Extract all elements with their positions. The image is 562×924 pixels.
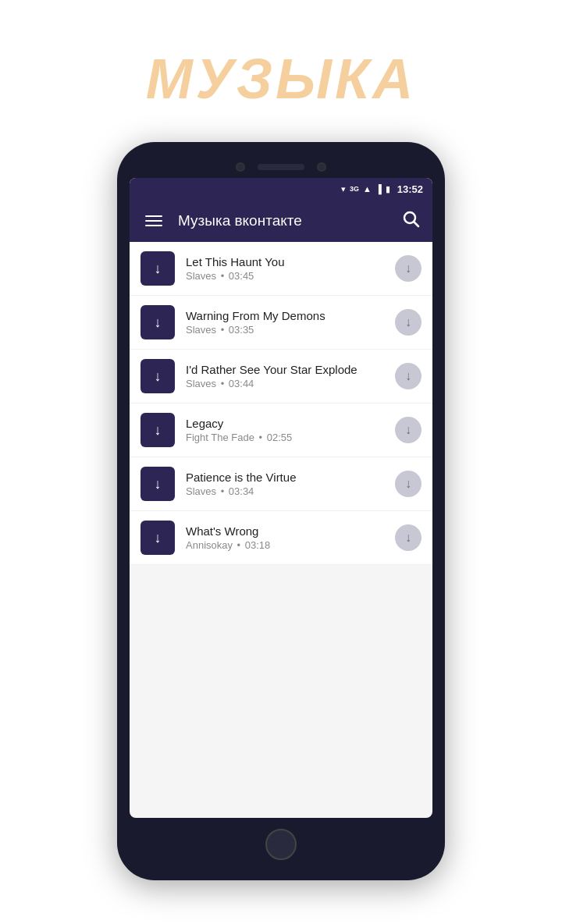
add-icon-2: ↓ bbox=[405, 315, 411, 329]
song-info-4: Legacy Fight The Fade • 02:55 bbox=[186, 417, 384, 443]
status-time: 13:52 bbox=[397, 183, 423, 195]
status-bar: ▾ 3G ▲ ▐ ▮ 13:52 bbox=[130, 178, 432, 200]
list-item: ↓ Let This Haunt You Slaves • 03:45 ↓ bbox=[130, 242, 432, 296]
artist-4: Fight The Fade bbox=[186, 432, 254, 443]
song-title-2: Warning From My Demons bbox=[186, 309, 384, 322]
page-heading: МУЗЫКА bbox=[146, 47, 416, 111]
phone-camera-2 bbox=[317, 162, 326, 172]
duration-4: 02:55 bbox=[267, 432, 293, 443]
duration-1: 03:45 bbox=[229, 270, 254, 282]
phone-screen: ▾ 3G ▲ ▐ ▮ 13:52 Музыка вконтакте bbox=[130, 178, 432, 818]
add-button-6[interactable]: ↓ bbox=[395, 524, 422, 551]
song-meta-2: Slaves • 03:35 bbox=[186, 324, 384, 336]
artist-2: Slaves bbox=[186, 324, 216, 336]
download-icon: ↓ bbox=[155, 315, 162, 331]
wifi-icon: ▾ bbox=[341, 184, 346, 194]
add-button-3[interactable]: ↓ bbox=[395, 363, 422, 389]
download-button-1[interactable]: ↓ bbox=[140, 251, 175, 286]
add-icon-1: ↓ bbox=[405, 261, 411, 275]
song-meta-3: Slaves • 03:44 bbox=[186, 378, 384, 389]
add-icon-3: ↓ bbox=[405, 369, 411, 383]
download-button-5[interactable]: ↓ bbox=[140, 467, 175, 501]
artist-6: Annisokay bbox=[186, 539, 233, 551]
home-button[interactable] bbox=[265, 829, 297, 860]
list-item: ↓ What's Wrong Annisokay • 03:18 ↓ bbox=[130, 511, 432, 565]
hamburger-line-1 bbox=[145, 215, 162, 217]
list-item: ↓ I'd Rather See Your Star Explode Slave… bbox=[130, 350, 432, 403]
status-icons: ▾ 3G ▲ ▐ ▮ 13:52 bbox=[341, 183, 423, 195]
song-meta-4: Fight The Fade • 02:55 bbox=[186, 432, 384, 443]
add-button-1[interactable]: ↓ bbox=[395, 255, 422, 282]
song-title-3: I'd Rather See Your Star Explode bbox=[186, 363, 384, 376]
artist-1: Slaves bbox=[186, 270, 216, 282]
song-info-3: I'd Rather See Your Star Explode Slaves … bbox=[186, 363, 384, 389]
add-button-2[interactable]: ↓ bbox=[395, 309, 422, 336]
add-button-4[interactable]: ↓ bbox=[395, 417, 422, 443]
add-icon-6: ↓ bbox=[405, 531, 411, 545]
song-info-6: What's Wrong Annisokay • 03:18 bbox=[186, 524, 384, 551]
hamburger-line-3 bbox=[145, 225, 162, 226]
signal-bars-icon: ▐ bbox=[375, 184, 382, 194]
svg-line-1 bbox=[414, 222, 419, 227]
song-info-5: Patience is the Virtue Slaves • 03:34 bbox=[186, 471, 384, 497]
duration-5: 03:34 bbox=[229, 485, 254, 497]
add-icon-5: ↓ bbox=[405, 477, 411, 491]
song-title-4: Legacy bbox=[186, 417, 384, 430]
list-item: ↓ Warning From My Demons Slaves • 03:35 … bbox=[130, 296, 432, 350]
artist-5: Slaves bbox=[186, 485, 216, 497]
song-meta-6: Annisokay • 03:18 bbox=[186, 539, 384, 551]
download-icon: ↓ bbox=[155, 368, 162, 385]
duration-3: 03:44 bbox=[229, 378, 254, 389]
song-title-5: Patience is the Virtue bbox=[186, 471, 384, 484]
song-info-2: Warning From My Demons Slaves • 03:35 bbox=[186, 309, 384, 336]
signal-icon: ▲ bbox=[363, 184, 372, 194]
song-title-1: Let This Haunt You bbox=[186, 255, 384, 268]
phone-top bbox=[130, 155, 432, 178]
app-header: Музыка вконтакте bbox=[130, 200, 432, 242]
songs-list: ↓ Let This Haunt You Slaves • 03:45 ↓ ↓ bbox=[130, 242, 432, 565]
download-icon: ↓ bbox=[155, 261, 162, 277]
phone-bottom bbox=[130, 818, 432, 868]
download-icon: ↓ bbox=[155, 476, 162, 492]
duration-2: 03:35 bbox=[229, 324, 254, 336]
song-info-1: Let This Haunt You Slaves • 03:45 bbox=[186, 255, 384, 282]
phone-device: ▾ 3G ▲ ▐ ▮ 13:52 Музыка вконтакте bbox=[117, 142, 445, 880]
search-button[interactable] bbox=[401, 209, 420, 233]
app-title: Музыка вконтакте bbox=[178, 212, 389, 229]
duration-6: 03:18 bbox=[245, 539, 271, 551]
download-button-2[interactable]: ↓ bbox=[140, 305, 175, 339]
song-title-6: What's Wrong bbox=[186, 524, 384, 538]
3g-icon: 3G bbox=[350, 185, 359, 193]
hamburger-line-2 bbox=[145, 220, 162, 222]
battery-icon: ▮ bbox=[386, 184, 390, 194]
song-meta-5: Slaves • 03:34 bbox=[186, 485, 384, 497]
download-button-3[interactable]: ↓ bbox=[140, 359, 175, 393]
download-icon: ↓ bbox=[155, 422, 162, 439]
download-button-6[interactable]: ↓ bbox=[140, 521, 175, 555]
list-item: ↓ Patience is the Virtue Slaves • 03:34 … bbox=[130, 457, 432, 511]
download-icon: ↓ bbox=[155, 530, 162, 546]
artist-3: Slaves bbox=[186, 378, 216, 389]
menu-button[interactable] bbox=[142, 212, 165, 229]
list-item: ↓ Legacy Fight The Fade • 02:55 ↓ bbox=[130, 403, 432, 457]
download-button-4[interactable]: ↓ bbox=[140, 413, 175, 447]
add-button-5[interactable]: ↓ bbox=[395, 471, 422, 497]
song-meta-1: Slaves • 03:45 bbox=[186, 270, 384, 282]
phone-speaker bbox=[258, 164, 304, 170]
add-icon-4: ↓ bbox=[405, 423, 411, 437]
phone-camera bbox=[236, 162, 245, 172]
